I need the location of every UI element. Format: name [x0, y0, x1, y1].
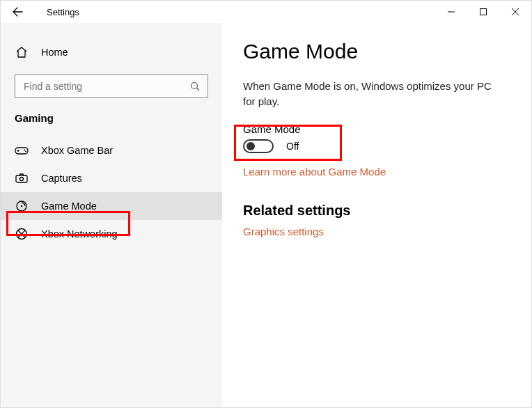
- sidebar-item-label: Game Mode: [41, 201, 97, 212]
- game-mode-toggle-row: Off: [243, 139, 510, 153]
- captures-icon: [15, 171, 29, 185]
- svg-point-3: [24, 150, 25, 151]
- sidebar-item-game-mode[interactable]: Game Mode: [1, 192, 222, 220]
- window-title: Settings: [47, 7, 79, 17]
- section-label: Gaming: [1, 111, 222, 136]
- sidebar-item-xbox-networking[interactable]: Xbox Networking: [1, 220, 222, 248]
- sidebar-item-label: Captures: [41, 173, 82, 184]
- minimize-button[interactable]: [435, 1, 467, 23]
- arrow-left-icon: [12, 6, 23, 17]
- svg-point-8: [21, 205, 22, 207]
- sidebar-item-captures[interactable]: Captures: [1, 164, 222, 192]
- sidebar-item-xbox-game-bar[interactable]: Xbox Game Bar: [1, 136, 222, 164]
- game-bar-icon: [15, 143, 29, 157]
- sidebar-item-label: Xbox Networking: [41, 228, 118, 240]
- window-controls: [435, 1, 531, 23]
- search-input[interactable]: [22, 80, 189, 93]
- search-icon: [189, 81, 201, 92]
- content-pane: Game Mode When Game Mode is on, Windows …: [222, 23, 531, 407]
- sidebar: Home Gaming Xbox Game Bar Captures: [1, 23, 222, 407]
- toggle-label: Game Mode: [243, 123, 510, 135]
- close-button[interactable]: [499, 1, 531, 23]
- maximize-icon: [479, 8, 487, 16]
- toggle-state-text: Off: [286, 141, 299, 152]
- app-body: Home Gaming Xbox Game Bar Captures: [1, 23, 531, 407]
- related-settings-heading: Related settings: [243, 203, 510, 219]
- xbox-icon: [15, 227, 29, 241]
- toggle-knob: [247, 142, 255, 150]
- maximize-button[interactable]: [467, 1, 499, 23]
- search-input-wrapper[interactable]: [15, 74, 208, 98]
- sidebar-item-label: Xbox Game Bar: [41, 145, 113, 156]
- graphics-settings-link[interactable]: Graphics settings: [243, 226, 324, 237]
- home-icon: [15, 45, 29, 59]
- game-mode-icon: [15, 199, 29, 213]
- titlebar: Settings: [1, 1, 531, 23]
- minimize-icon: [447, 8, 455, 16]
- svg-point-1: [191, 83, 198, 89]
- page-description: When Game Mode is on, Windows optimizes …: [243, 79, 501, 109]
- game-mode-toggle[interactable]: [243, 139, 274, 153]
- home-nav[interactable]: Home: [1, 38, 222, 66]
- back-button[interactable]: [8, 2, 27, 22]
- page-title: Game Mode: [243, 40, 510, 63]
- svg-point-4: [25, 151, 26, 152]
- learn-more-link[interactable]: Learn more about Game Mode: [243, 166, 386, 178]
- svg-rect-5: [16, 175, 27, 182]
- close-icon: [511, 8, 519, 16]
- home-label: Home: [41, 47, 68, 58]
- svg-point-6: [20, 178, 24, 181]
- svg-rect-0: [480, 9, 487, 15]
